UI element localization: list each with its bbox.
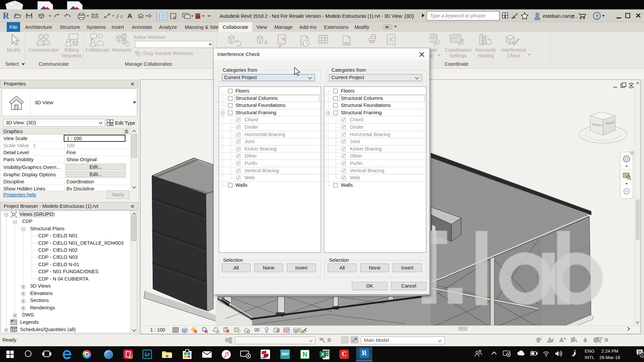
svg-text:A: A	[127, 13, 132, 19]
svg-text:5: 5	[642, 353, 644, 357]
svg-text:1: 1	[119, 13, 121, 16]
